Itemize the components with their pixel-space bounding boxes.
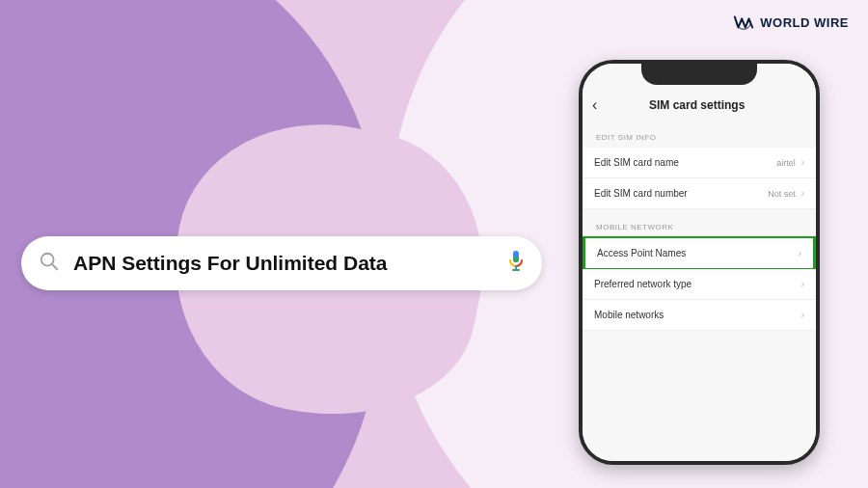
row-title: Edit SIM card name — [594, 157, 776, 168]
row-mobile-networks[interactable]: Mobile networks › — [583, 300, 816, 331]
search-icon — [39, 251, 60, 276]
row-edit-sim-name[interactable]: Edit SIM card name airtel › — [583, 148, 816, 178]
screen-header: ‹ SIM card settings — [583, 89, 816, 123]
section-label-edit-sim: EDIT SIM INFO — [583, 123, 816, 148]
phone-screen: ‹ SIM card settings EDIT SIM INFO Edit S… — [583, 64, 816, 461]
row-title: Access Point Names — [597, 248, 799, 258]
row-title: Mobile networks — [594, 310, 801, 320]
row-value: airtel — [776, 158, 796, 168]
row-edit-sim-number[interactable]: Edit SIM card number Not set › — [583, 178, 816, 209]
chevron-right-icon: › — [801, 188, 804, 199]
search-text: APN Settings For Unlimited Data — [73, 252, 498, 275]
svg-rect-3 — [513, 257, 519, 262]
row-title: Edit SIM card number — [594, 188, 768, 199]
screen-title: SIM card settings — [605, 98, 789, 112]
phone-mockup: ‹ SIM card settings EDIT SIM INFO Edit S… — [579, 60, 820, 465]
chevron-right-icon: › — [801, 279, 804, 289]
mobile-network-section: MOBILE NETWORK Access Point Names › Pref… — [583, 213, 816, 331]
world-wire-text: WORLD WIRE — [760, 15, 849, 30]
phone-notch — [641, 64, 757, 85]
microphone-icon[interactable] — [507, 250, 525, 277]
search-bar[interactable]: APN Settings For Unlimited Data — [21, 236, 542, 290]
row-access-point-names[interactable]: Access Point Names › — [583, 236, 816, 270]
chevron-right-icon: › — [801, 310, 804, 320]
row-value: Not set — [768, 189, 796, 199]
row-title: Preferred network type — [594, 279, 801, 289]
chevron-right-icon: › — [799, 248, 801, 258]
section-label-mobile-network: MOBILE NETWORK — [583, 213, 816, 237]
row-preferred-network-type[interactable]: Preferred network type › — [583, 269, 816, 300]
svg-line-1 — [52, 264, 58, 270]
chevron-right-icon: › — [801, 157, 804, 168]
world-wire-icon — [733, 12, 754, 33]
edit-sim-info-section: EDIT SIM INFO Edit SIM card name airtel … — [583, 123, 816, 209]
back-button[interactable]: ‹ — [592, 96, 597, 114]
world-wire-logo: WORLD WIRE — [733, 12, 849, 33]
